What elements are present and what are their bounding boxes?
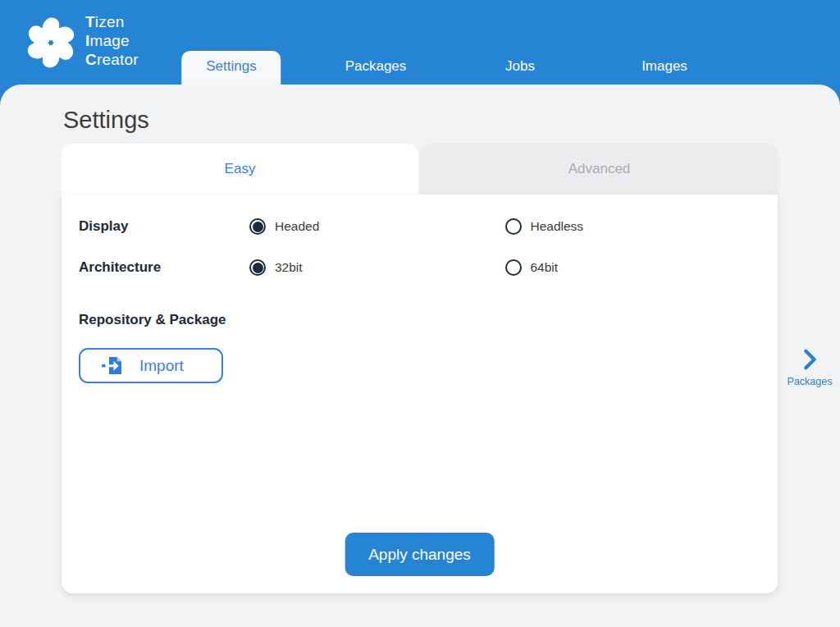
main-nav: Settings Packages Jobs Images [159,52,737,85]
radio-label: Headless [531,219,584,234]
radio-icon[interactable] [249,259,266,276]
tab-easy-label: Easy [225,161,256,177]
nav-tab-jobs[interactable]: Jobs [448,52,592,85]
app-header: Tizen Image Creator Settings Packages Jo… [0,0,840,85]
repository-package-label: Repository & Package [79,312,226,328]
page-title: Settings [63,107,149,134]
content-area: Settings Easy Advanced Display Headed He… [0,85,840,627]
brand-title: Tizen Image Creator [85,12,139,69]
import-button[interactable]: Import [79,348,223,383]
radio-option-32bit[interactable]: 32bit [249,259,505,276]
radio-label: 32bit [275,260,303,275]
chevron-right-icon[interactable] [797,347,822,372]
tab-easy[interactable]: Easy [62,144,418,195]
card-body: Display Headed Headless Architecture 32b… [62,195,778,593]
brand-line: Image [85,31,139,50]
nav-tab-images[interactable]: Images [592,52,737,85]
brand-line: Tizen [85,12,139,31]
next-page-nav[interactable]: Packages [779,347,840,387]
nav-tab-packages[interactable]: Packages [304,52,448,85]
apply-changes-button[interactable]: Apply changes [345,533,495,576]
radio-icon[interactable] [505,218,522,235]
nav-tab-label: Packages [334,51,418,85]
radio-label: Headed [275,219,319,234]
radio-option-64bit[interactable]: 64bit [505,259,761,276]
radio-icon[interactable] [249,218,266,235]
next-page-label[interactable]: Packages [779,376,840,387]
pinwheel-icon [20,7,82,79]
settings-card: Easy Advanced Display Headed Headless Ar… [62,144,778,593]
file-import-icon [102,356,124,375]
import-button-label: Import [139,357,184,375]
display-field: Display Headed Headless [79,217,760,236]
radio-option-headless[interactable]: Headless [505,218,761,235]
architecture-field: Architecture 32bit 64bit [79,259,760,277]
nav-tab-label: Images [630,51,699,85]
architecture-label: Architecture [79,259,249,276]
brand-line: Creator [85,50,139,69]
radio-label: 64bit [531,260,559,275]
display-label: Display [79,218,249,235]
tab-advanced[interactable]: Advanced [421,144,778,195]
mode-tabs: Easy Advanced [62,144,778,195]
nav-tab-label: Settings [181,51,281,85]
nav-tab-settings[interactable]: Settings [159,52,304,85]
nav-tab-label: Jobs [494,51,546,85]
radio-option-headed[interactable]: Headed [249,218,505,235]
radio-icon[interactable] [505,259,522,276]
tab-advanced-label: Advanced [568,161,631,177]
